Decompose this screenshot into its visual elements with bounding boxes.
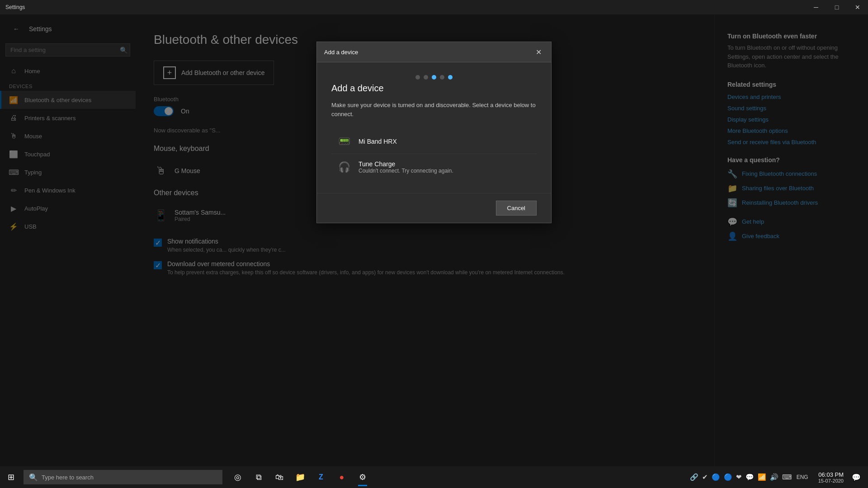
cortana-button[interactable]: ◎ xyxy=(228,467,248,487)
dialog-device-tunecharge[interactable]: 🎧 Tune Charge Couldn't connect. Try conn… xyxy=(331,154,537,180)
taskbar-app-zoom[interactable]: Z xyxy=(311,467,331,487)
network-icon[interactable]: 🔗 xyxy=(689,472,699,482)
zoom-icon: Z xyxy=(319,473,323,481)
dialog-device-miband[interactable]: 📟 Mi Band HRX xyxy=(331,129,537,154)
start-button[interactable]: ⊞ xyxy=(0,466,22,488)
minimize-button[interactable]: ─ xyxy=(806,0,826,14)
taskbar-search[interactable]: 🔍 xyxy=(24,470,222,484)
dialog-overlay: Add a device ✕ Add a device Make sure yo… xyxy=(0,14,868,488)
tunecharge-icon: 🎧 xyxy=(337,161,351,173)
tunecharge-name: Tune Charge xyxy=(359,160,453,168)
start-icon: ⊞ xyxy=(8,472,14,482)
miband-icon: 📟 xyxy=(337,136,351,147)
volume-icon[interactable]: 🔊 xyxy=(769,472,779,482)
title-bar-controls: ─ □ ✕ xyxy=(806,0,868,14)
notification-icon: 💬 xyxy=(852,473,861,482)
taskbar-app-explorer[interactable]: 📁 xyxy=(290,467,310,487)
heart-icon[interactable]: ❤ xyxy=(735,472,743,482)
bluetooth2-icon[interactable]: 🔵 xyxy=(723,472,733,482)
explorer-icon: 📁 xyxy=(295,472,305,482)
dot-3 xyxy=(432,75,436,80)
task-view-button[interactable]: ⧉ xyxy=(249,467,269,487)
taskbar-search-icon: 🔍 xyxy=(29,473,38,482)
dialog-body: Add a device Make sure your device is tu… xyxy=(317,62,551,193)
store-icon: 🛍 xyxy=(275,473,283,482)
dialog-titlebar-text: Add a device xyxy=(324,49,358,56)
taskbar: ⊞ 🔍 ◎ ⧉ 🛍 📁 Z ● ⚙ 🔗 ✔ 🔵 🔵 xyxy=(0,466,868,488)
title-bar: Settings ─ □ ✕ xyxy=(0,0,868,14)
cortana-icon: ◎ xyxy=(234,472,241,482)
dialog-footer: Cancel xyxy=(317,193,551,223)
maximize-button[interactable]: □ xyxy=(826,0,847,14)
taskbar-right: 🔗 ✔ 🔵 🔵 ❤ 💬 📶 🔊 ⌨ ENG 06:03 PM 15-07-202… xyxy=(685,467,868,487)
dot-4 xyxy=(440,75,444,80)
title-bar-text: Settings xyxy=(5,4,25,10)
tunecharge-info: Tune Charge Couldn't connect. Try connec… xyxy=(359,160,453,174)
dialog-titlebar: Add a device ✕ xyxy=(317,42,551,62)
tunecharge-error: Couldn't connect. Try connecting again. xyxy=(359,168,453,174)
taskbar-app-chrome[interactable]: ● xyxy=(332,467,352,487)
notification-button[interactable]: 💬 xyxy=(848,467,864,487)
dot-5 xyxy=(448,75,453,80)
taskbar-app-store[interactable]: 🛍 xyxy=(269,467,289,487)
app-container: ← Settings 🔍 ⌂ Home Devices 📶 Bluetooth … xyxy=(0,14,868,488)
taskbar-icons: ◎ ⧉ 🛍 📁 Z ● ⚙ xyxy=(224,467,376,487)
msg-icon[interactable]: 💬 xyxy=(745,472,755,482)
miband-name: Mi Band HRX xyxy=(359,138,397,145)
clock-time: 06:03 PM xyxy=(818,471,844,478)
taskbar-app-settings[interactable]: ⚙ xyxy=(353,467,373,487)
dialog-description: Make sure your device is turned on and d… xyxy=(331,101,537,118)
task-view-icon: ⧉ xyxy=(256,473,262,482)
dialog-close-button[interactable]: ✕ xyxy=(533,47,544,57)
cancel-button[interactable]: Cancel xyxy=(496,201,537,216)
clock-date: 15-07-2020 xyxy=(818,478,844,483)
close-button[interactable]: ✕ xyxy=(847,0,868,14)
keyboard-icon[interactable]: ⌨ xyxy=(781,472,793,482)
bluetooth-tray-icon[interactable]: 🔵 xyxy=(711,472,721,482)
dot-2 xyxy=(424,75,428,80)
wifi-icon[interactable]: 📶 xyxy=(757,472,767,482)
taskbar-search-input[interactable] xyxy=(42,474,217,481)
chrome-icon: ● xyxy=(340,473,344,482)
add-device-dialog: Add a device ✕ Add a device Make sure yo… xyxy=(316,42,552,223)
progress-dots xyxy=(331,75,537,80)
clock[interactable]: 06:03 PM 15-07-2020 xyxy=(815,471,847,483)
language-indicator[interactable]: ENG xyxy=(795,474,810,480)
sys-tray: 🔗 ✔ 🔵 🔵 ❤ 💬 📶 🔊 ⌨ ENG xyxy=(685,472,814,482)
dialog-heading: Add a device xyxy=(331,83,537,94)
settings-icon: ⚙ xyxy=(359,472,366,482)
antivirus-icon[interactable]: ✔ xyxy=(701,472,709,482)
miband-info: Mi Band HRX xyxy=(359,138,397,145)
dot-1 xyxy=(415,75,420,80)
